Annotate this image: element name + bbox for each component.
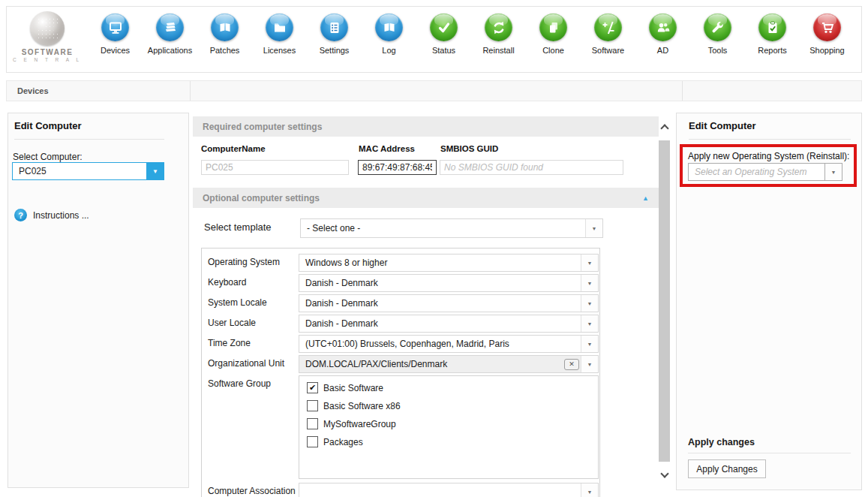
chevron-down-icon[interactable]: ▼ (824, 164, 842, 180)
apply-changes-button[interactable]: Apply Changes (688, 459, 766, 478)
apply-changes-header: Apply changes (688, 437, 755, 447)
main-content: Required computer settings ComputerName … (193, 113, 659, 497)
user-locale-value: Danish - Denmark (299, 315, 581, 332)
software-group-label: Software Group (208, 378, 271, 389)
chevron-down-icon[interactable]: ▼ (581, 255, 598, 271)
open-book-icon (211, 14, 239, 41)
scroll-up-icon[interactable] (660, 124, 668, 132)
nav-devices[interactable]: Devices (88, 7, 143, 55)
instructions-label: Instructions ... (33, 210, 89, 221)
select-computer-dropdown[interactable]: PC025 ▼ (12, 162, 164, 180)
left-panel-edit-computer: Edit Computer Select Computer: PC025 ▼ ?… (8, 113, 189, 488)
user-locale-dropdown[interactable]: Danish - Denmark ▼ (299, 315, 599, 333)
checklist-icon (320, 14, 348, 41)
clear-value-icon[interactable]: ✕ (564, 359, 579, 370)
stack-icon (156, 14, 184, 41)
computer-association-dropdown[interactable]: ▼ (299, 483, 599, 497)
nav-reinstall[interactable]: Reinstall (471, 7, 526, 55)
nav-licenses[interactable]: Licenses (252, 7, 307, 55)
collapse-section-icon[interactable]: ▲ (642, 194, 649, 202)
chevron-down-icon[interactable]: ▼ (581, 483, 598, 497)
organizational-unit-value: DOM.LOCAL/PAX/Clients/Denmark (299, 356, 564, 372)
software-group-option[interactable]: Basic Software x86 (307, 400, 401, 411)
nav-tools[interactable]: Tools (690, 7, 745, 55)
mac-address-input[interactable] (358, 160, 437, 175)
nav-ad[interactable]: AD (635, 7, 690, 55)
nav-log[interactable]: Log (362, 7, 416, 55)
chevron-down-icon[interactable]: ▼ (581, 275, 598, 291)
system-locale-label: System Locale (208, 297, 267, 308)
nav-label: Applications (148, 46, 192, 55)
chevron-down-icon[interactable]: ▼ (581, 295, 598, 312)
software-group-option[interactable]: ✔ Basic Software (307, 382, 383, 393)
nav-shopping[interactable]: Shopping (800, 7, 854, 55)
nav-software[interactable]: Software (581, 7, 635, 55)
refresh-icon (485, 14, 512, 41)
select-template-dropdown[interactable]: - Select one - ▼ (300, 218, 603, 238)
required-settings-header: Required computer settings (193, 116, 659, 137)
nav-status[interactable]: Status (416, 7, 471, 55)
scroll-down-icon[interactable] (660, 469, 668, 477)
software-group-option[interactable]: Packages (307, 436, 363, 447)
checkbox-unchecked-icon[interactable] (307, 400, 318, 411)
computer-name-input[interactable] (201, 160, 349, 175)
checkbox-unchecked-icon[interactable] (307, 418, 318, 429)
time-zone-dropdown[interactable]: (UTC+01:00) Brussels, Copenhagen, Madrid… (299, 335, 599, 353)
smbios-guid-label: SMBIOS GUID (440, 144, 498, 153)
nav-clone[interactable]: Clone (526, 7, 581, 55)
instructions-link[interactable]: ? Instructions ... (14, 209, 89, 221)
nav-label: Tools (708, 46, 728, 55)
checkmark-icon (430, 14, 458, 41)
keyboard-value: Danish - Denmark (299, 275, 581, 291)
vertical-scrollbar[interactable] (659, 116, 671, 492)
chevron-down-icon[interactable]: ▼ (581, 336, 598, 352)
cart-icon (813, 14, 841, 41)
keyboard-dropdown[interactable]: Danish - Denmark ▼ (299, 274, 599, 292)
breadcrumb-bar: Devices (6, 80, 862, 101)
system-locale-dropdown[interactable]: Danish - Denmark ▼ (299, 294, 599, 312)
nav-label: Log (382, 46, 395, 55)
organizational-unit-label: Organizational Unit (208, 358, 284, 369)
organizational-unit-dropdown[interactable]: DOM.LOCAL/PAX/Clients/Denmark ✕ ▼ (299, 355, 599, 373)
required-settings-title: Required computer settings (203, 122, 322, 132)
apply-os-label: Apply new Operating System (Reinstall): (688, 151, 849, 161)
select-computer-label: Select Computer: (13, 152, 83, 162)
software-group-listbox: ✔ Basic Software Basic Software x86 MySo… (299, 375, 599, 479)
nav-label: Settings (320, 46, 350, 55)
chevron-down-icon[interactable]: ▼ (581, 315, 598, 332)
nav-label: Clone (542, 46, 564, 55)
nav-label: Devices (101, 46, 130, 55)
operating-system-dropdown[interactable]: Windows 8 or higher ▼ (299, 254, 599, 272)
software-group-option-label: Basic Software (323, 383, 383, 393)
chevron-down-icon[interactable]: ▼ (585, 219, 602, 237)
select-template-label: Select template (204, 221, 272, 233)
software-group-option-label: MySoftwareGroup (323, 419, 396, 429)
copy-pages-icon (539, 14, 567, 41)
scrollbar-thumb[interactable] (659, 140, 670, 462)
logo-text-software: SOFTWARE (22, 48, 74, 56)
nav-label: Patches (210, 46, 240, 55)
time-zone-value: (UTC+01:00) Brussels, Copenhagen, Madrid… (299, 336, 581, 352)
nav-label: Software (592, 46, 624, 55)
nav-applications[interactable]: Applications (143, 7, 197, 55)
nav-settings[interactable]: Settings (307, 7, 362, 55)
chevron-down-icon[interactable]: ▼ (581, 356, 598, 372)
nav-reports[interactable]: Reports (745, 7, 800, 55)
help-icon: ? (14, 209, 27, 221)
checkbox-unchecked-icon[interactable] (307, 436, 318, 447)
breadcrumb-divider (682, 81, 683, 101)
divider (688, 453, 851, 453)
operating-system-value: Windows 8 or higher (299, 255, 581, 271)
keyboard-label: Keyboard (208, 277, 246, 288)
app-logo: SOFTWARE C E N T R A L (7, 7, 88, 72)
smbios-guid-input[interactable] (440, 160, 623, 175)
breadcrumb[interactable]: Devices (17, 86, 49, 95)
software-group-option[interactable]: MySoftwareGroup (307, 418, 396, 429)
right-panel-title: Edit Computer (689, 120, 756, 131)
checkbox-checked-icon[interactable]: ✔ (307, 382, 318, 393)
apply-os-dropdown[interactable]: Select an Operating System ▼ (688, 163, 842, 181)
chevron-down-icon[interactable]: ▼ (146, 163, 164, 179)
users-icon (649, 14, 677, 41)
optional-settings-title: Optional computer settings (203, 193, 320, 203)
nav-patches[interactable]: Patches (197, 7, 252, 55)
